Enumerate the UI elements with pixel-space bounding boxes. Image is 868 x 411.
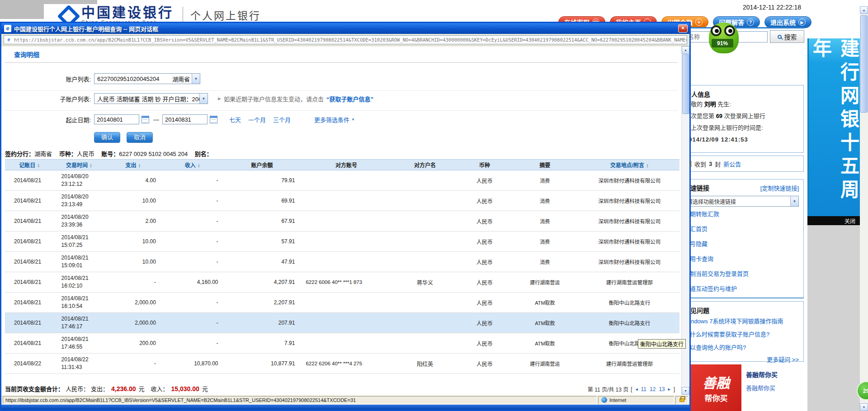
column-header[interactable]: 支出▲▼ xyxy=(104,160,162,170)
shanrong-link[interactable]: 善融帮你买 xyxy=(746,383,778,392)
faq-link[interactable]: 可以查询他人的账户吗? xyxy=(684,344,746,351)
customize-quick-links[interactable]: [定制快速链接] xyxy=(760,184,799,192)
anniversary-banner[interactable]: 建行网银十五周年 xyxy=(807,38,860,216)
sort-icon[interactable]: ▲▼ xyxy=(138,164,141,168)
more-questions-link[interactable]: 更多疑问 >> xyxy=(684,355,799,364)
table-row[interactable]: 2014/08/212014/08/2023:13:4910.00-69.91人… xyxy=(5,191,679,211)
column-header[interactable]: 交易时间▲▼ xyxy=(54,160,104,170)
cell-location: 深圳市财付通科技有限公司 xyxy=(580,191,679,211)
tx-date: 2014/08/21 xyxy=(61,295,104,302)
subaccount-note: ▶ 如果近期子账户信息发生变动，请点击 “获取子账户信息” xyxy=(218,94,373,103)
browser-scrollbar[interactable]: ▲ ▼ xyxy=(860,6,868,411)
table-row[interactable]: 2014/08/212014/08/2117:46:172,000.00-207… xyxy=(5,313,679,333)
cell-counterparty-name xyxy=(392,170,459,191)
sort-icon[interactable]: ▲▼ xyxy=(646,164,649,168)
sort-down-icon: ▼ xyxy=(37,166,40,168)
range-link-三个月[interactable]: 三个月 xyxy=(273,115,291,124)
column-header[interactable]: 记账日▲▼ xyxy=(5,160,54,170)
close-icon[interactable]: × xyxy=(678,24,688,33)
table-row[interactable]: 2014/08/212014/08/2023:39:362.00-67.91人民… xyxy=(5,211,679,231)
sort-icon[interactable]: ▲▼ xyxy=(90,164,92,168)
cell-summary: ATM取款 xyxy=(510,313,580,333)
table-row[interactable]: 2014/08/212014/08/2116:02:10-4,160.004,2… xyxy=(5,272,679,293)
table-row[interactable]: 2014/08/212014/08/2115:07:2510.00-57.91人… xyxy=(5,231,679,252)
shanrong-banner[interactable]: 善融 帮你买 xyxy=(691,364,741,411)
prev-page-icon[interactable]: ◄ xyxy=(635,387,639,392)
cell-currency: 人民币 xyxy=(458,313,510,333)
scroll-up-icon[interactable]: ▲ xyxy=(682,46,689,54)
quick-links-list: 活期转账汇款外汇首页账号隐藏信用卡查询定制当前交易为登录首页渠道互动签约与维护 xyxy=(684,207,799,296)
cell-tx-time: 2014/08/2211:31:43 xyxy=(54,354,104,374)
table-row[interactable]: 2014/08/212014/08/2116:10:542,000.00-2,2… xyxy=(5,293,679,313)
tx-time: 17:46:55 xyxy=(61,343,104,351)
date-from-input[interactable] xyxy=(94,114,139,124)
cell-counterparty-name: 阳红英 xyxy=(392,354,459,374)
scrollbar-thumb[interactable] xyxy=(682,54,689,114)
range-link-一个月[interactable]: 一个月 xyxy=(248,115,266,124)
quick-link-select[interactable]: 请选择功能快速链接 ▼ xyxy=(684,196,799,207)
signed-account-info: 签约分行：湖南省 币种：人民币 账号：6227 0029 5102 0045 2… xyxy=(5,149,212,158)
cell-location: 深圳市财付通科技有限公司 xyxy=(580,170,679,191)
account-select[interactable]: 6227002951020045204 湖南省 ▼ xyxy=(94,73,200,84)
chevron-down-icon[interactable]: ▼ xyxy=(199,94,208,104)
page-link-13[interactable]: 13 xyxy=(659,386,665,392)
list-item: 账号隐藏 xyxy=(684,236,799,251)
scroll-down-icon[interactable]: ▼ xyxy=(682,387,689,395)
subaccount-list-label: 子账户列表: xyxy=(1,94,91,103)
cell-summary: ATM取款 xyxy=(510,333,580,354)
date-to-input[interactable] xyxy=(162,114,208,124)
cell-tx-time: 2014/08/2023:13:49 xyxy=(54,191,104,211)
calendar-icon[interactable] xyxy=(142,116,149,123)
cell-counterparty-name xyxy=(392,231,459,252)
table-row[interactable]: 2014/08/212014/08/2115:09:0110.00-47.91人… xyxy=(5,252,679,272)
column-header[interactable]: 交易地点/附言▲▼ xyxy=(580,160,679,170)
product-name: 个人网上银行 xyxy=(190,7,261,23)
list-item: 可以查询他人的账户吗? xyxy=(684,341,799,354)
cell-out: 2.00 xyxy=(104,211,162,231)
dialog-titlebar[interactable]: e 中国建设银行个人网上银行-账户明细查询 -- 网页对话框 × xyxy=(1,23,689,34)
cell-balance: 67.91 xyxy=(223,211,302,231)
sort-down-icon: ▼ xyxy=(646,166,649,168)
table-row[interactable]: 2014/08/222014/08/2211:31:43-10,870.0010… xyxy=(5,354,679,374)
column-header-label: 账户余额 xyxy=(251,162,273,169)
chevron-down-icon[interactable]: ▼ xyxy=(790,196,798,206)
scroll-up-icon[interactable]: ▲ xyxy=(860,6,868,14)
next-page-icon[interactable]: ► xyxy=(667,387,671,392)
shanrong-link-bold[interactable]: 善融帮你买 xyxy=(746,370,778,379)
calendar-icon[interactable] xyxy=(210,116,217,123)
banner-close-button[interactable]: 关闭 xyxy=(807,216,860,225)
cell-counterparty-account xyxy=(301,252,391,272)
page-link-11[interactable]: 11 xyxy=(641,386,646,392)
chevron-down-icon[interactable]: ▼ xyxy=(192,74,200,84)
sort-down-icon: ▼ xyxy=(138,166,141,168)
tx-date: 2014/08/21 xyxy=(61,274,104,282)
quick-link-select-value: 请选择功能快速链接 xyxy=(687,198,736,205)
range-link-七天[interactable]: 七天 xyxy=(229,115,241,124)
quick-link[interactable]: 渠道互动签约与维护 xyxy=(684,285,737,292)
sort-icon[interactable]: ▲▼ xyxy=(198,164,200,168)
cancel-button[interactable]: 取消 xyxy=(127,132,153,143)
cell-currency: 人民币 xyxy=(458,231,510,252)
column-header-label: 交易时间 xyxy=(66,162,88,169)
scrollbar-thumb[interactable] xyxy=(860,15,868,113)
table-row[interactable]: 2014/08/212014/08/2117:46:55200.00-7.91人… xyxy=(5,333,679,354)
more-filters-link[interactable]: 更多筛选条件 ▼ xyxy=(314,115,355,124)
tx-time: 16:10:54 xyxy=(61,302,104,310)
fetch-subaccount-link[interactable]: “获取子账户信息” xyxy=(326,94,373,103)
last-login-label: 您上次登录网上银行的时间是: xyxy=(685,122,798,134)
faq-link[interactable]: 我什么时候需要获取子账户信息? xyxy=(684,331,769,338)
confirm-button[interactable]: 确认 xyxy=(94,132,120,143)
sort-icon[interactable]: ▲▼ xyxy=(37,164,40,168)
new-announcements-link[interactable]: 新公告 xyxy=(723,160,741,168)
subaccount-select[interactable]: 人民币 活期储蓄 活期 钞 开户日期：20060530 ▼ xyxy=(94,93,208,104)
column-header[interactable]: 收入▲▼ xyxy=(162,160,223,170)
scroll-down-icon[interactable]: ▼ xyxy=(860,403,868,411)
page-link-12[interactable]: 12 xyxy=(650,386,656,392)
table-row[interactable]: 2014/08/212014/08/2023:12:124.00-79.91人民… xyxy=(5,170,679,191)
dialog-content: 查询明细 账户列表: 6227002951020045204 湖南省 ▼ 子账户… xyxy=(1,46,689,395)
tx-time: 15:09:01 xyxy=(61,262,104,269)
cell-currency: 人民币 xyxy=(458,293,510,313)
list-item: 渠道互动签约与维护 xyxy=(684,281,799,296)
quick-link[interactable]: 定制当前交易为登录首页 xyxy=(684,270,749,277)
faq-link[interactable]: Windows 7系统环境下网银盾操作指南 xyxy=(684,318,783,325)
